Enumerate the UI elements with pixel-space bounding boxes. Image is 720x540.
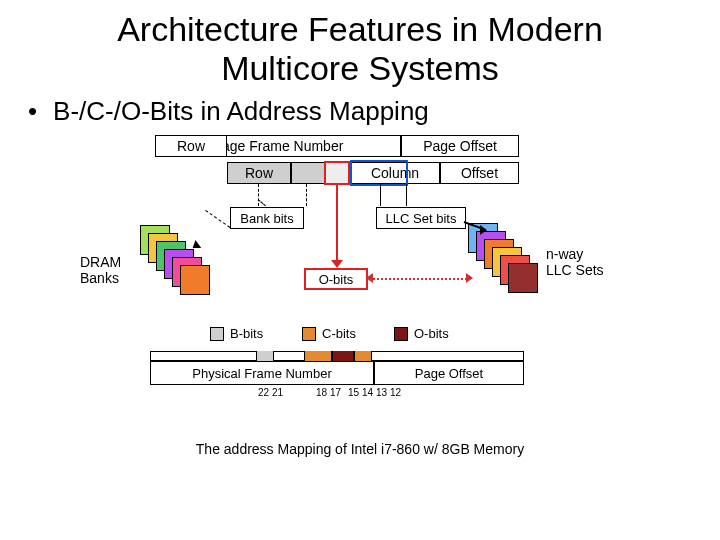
llc-set-bits-label: LLC Set bits (376, 207, 466, 229)
row-box-1: Row (155, 135, 227, 157)
legend-bbits-text: B-bits (230, 326, 263, 341)
column-box: Column (350, 162, 440, 184)
physical-frame-number-box: Physical Frame Number (150, 361, 374, 385)
obits-seg (332, 351, 354, 361)
bullet-dot-icon: • (28, 96, 37, 127)
cbits-seg2 (354, 351, 372, 361)
legend-cbits-swatch (302, 327, 316, 341)
dram-banks-label: DRAM Banks (80, 255, 121, 286)
slide-title: Architecture Features in Modern Multicor… (40, 10, 680, 88)
dash-arrow (205, 210, 230, 228)
page-offset-box-bottom: Page Offset (374, 361, 524, 385)
dash-line (306, 184, 307, 206)
offset-box: Offset (440, 162, 519, 184)
tick-22: 22 (258, 387, 269, 398)
shaded-gap-1 (291, 162, 325, 184)
legend-obits-text: O-bits (414, 326, 449, 341)
page-offset-box-top: Page Offset (401, 135, 519, 157)
dash-line (258, 184, 259, 206)
o-bits-source-highlight (324, 161, 350, 185)
tick-18: 18 (316, 387, 327, 398)
title-line1: Architecture Features in Modern (117, 10, 603, 48)
legend-obits-swatch (394, 327, 408, 341)
dotted-arrow-head (366, 273, 373, 283)
tick-15: 15 (348, 387, 359, 398)
row-box-2: Row (227, 162, 291, 184)
tick-17: 17 (330, 387, 341, 398)
solid-line (380, 184, 381, 206)
tick-13: 13 (376, 387, 387, 398)
cbits-seg (304, 351, 332, 361)
bullet-item: • B-/C-/O-Bits in Address Mapping (28, 96, 720, 127)
bbits-seg (256, 351, 274, 361)
tick-14: 14 (362, 387, 373, 398)
obits-arrow-stem (336, 184, 338, 262)
solid-line (406, 184, 407, 206)
nway-llc-sets-label: n-way LLC Sets (546, 247, 604, 278)
legend-cbits-text: C-bits (322, 326, 356, 341)
arrow-head-icon (480, 225, 487, 235)
obits-arrow-head (331, 260, 343, 268)
tick-12: 12 (390, 387, 401, 398)
dotted-arrow-head (466, 273, 473, 283)
legend-bbits-swatch (210, 327, 224, 341)
address-mapping-figure: Page Frame Number Page Offset Row Row Co… (80, 135, 640, 435)
title-line2: Multicore Systems (221, 49, 499, 87)
figure-caption: The address Mapping of Intel i7-860 w/ 8… (0, 441, 720, 457)
o-bits-box: O-bits (304, 268, 368, 290)
bank-bits-label: Bank bits (230, 207, 304, 229)
bullet-text: B-/C-/O-Bits in Address Mapping (53, 96, 429, 127)
dotted-link (370, 278, 470, 280)
tick-21: 21 (272, 387, 283, 398)
